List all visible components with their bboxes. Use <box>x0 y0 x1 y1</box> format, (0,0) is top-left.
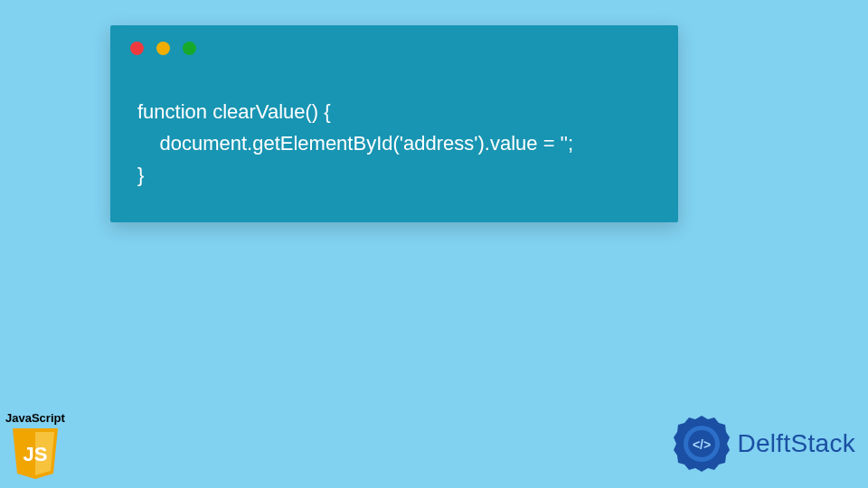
js-shield-text: JS <box>23 443 47 465</box>
code-line: document.getElementById('address').value… <box>137 132 573 155</box>
delftstack-logo-icon: </> <box>672 414 731 474</box>
delftstack-name: DelftStack <box>737 429 855 458</box>
javascript-label: JavaScript <box>5 411 65 425</box>
delftstack-brand: </> DelftStack <box>672 414 855 474</box>
maximize-icon <box>183 42 196 55</box>
code-block: function clearValue() { document.getElem… <box>137 96 651 192</box>
code-window: function clearValue() { document.getElem… <box>110 25 678 222</box>
logo-code-icon: </> <box>693 437 711 452</box>
close-icon <box>130 42 144 55</box>
minimize-icon <box>156 42 170 55</box>
code-line: } <box>137 164 144 186</box>
javascript-shield-icon: JS <box>11 427 60 481</box>
javascript-badge: JavaScript JS <box>5 411 65 481</box>
code-line: function clearValue() { <box>137 100 331 123</box>
window-traffic-lights <box>130 42 196 55</box>
